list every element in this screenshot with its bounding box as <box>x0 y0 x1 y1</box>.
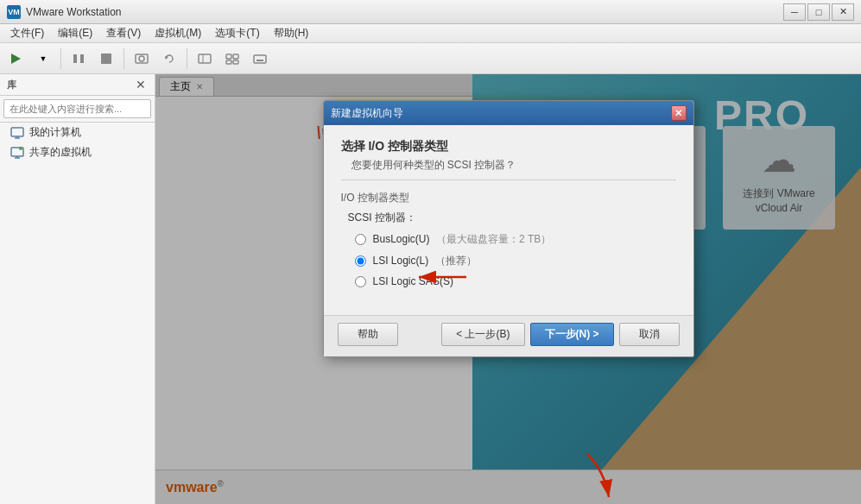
suspend-icon <box>71 51 86 66</box>
sidebar: 库 ✕ 我的计算机 共享的虚拟机 <box>0 74 155 504</box>
svg-rect-12 <box>233 60 238 64</box>
play-icon <box>8 51 23 66</box>
fullscreen-icon <box>197 51 212 66</box>
svg-marker-6 <box>165 56 168 60</box>
toolbar-stop[interactable] <box>94 47 118 71</box>
snapshot-icon <box>134 51 149 66</box>
minimize-button[interactable]: ─ <box>783 3 806 21</box>
svg-rect-11 <box>226 60 231 64</box>
lsi-logic-sas-option[interactable]: LSI Logic SAS(S) <box>355 275 676 287</box>
menu-help[interactable]: 帮助(H) <box>267 24 316 42</box>
toolbar-suspend[interactable] <box>66 47 91 71</box>
stop-icon <box>98 51 114 66</box>
svg-rect-3 <box>101 54 111 64</box>
dialog-header-sub: 您要使用何种类型的 SCSI 控制器？ <box>351 158 676 173</box>
toolbar-power-btn[interactable] <box>3 47 28 71</box>
dialog-section-label: I/O 控制器类型 <box>341 191 676 205</box>
sidebar-close-btn[interactable]: ✕ <box>134 78 148 91</box>
toolbar: ▼ <box>0 43 861 74</box>
sidebar-item-mycomputer[interactable]: 我的计算机 <box>0 123 155 142</box>
dialog-body: 选择 I/O 控制器类型 您要使用何种类型的 SCSI 控制器？ I/O 控制器… <box>324 125 693 315</box>
sidebar-mycomputer-label: 我的计算机 <box>29 125 81 140</box>
menubar: 文件(F) 编辑(E) 查看(V) 虚拟机(M) 选项卡(T) 帮助(H) <box>0 24 861 43</box>
buslogic-radio[interactable] <box>355 234 366 245</box>
toolbar-unity[interactable] <box>220 47 244 71</box>
dialog-overlay: 新建虚拟机向导 ✕ 选择 I/O 控制器类型 您要使用何种类型的 SCSI 控制… <box>155 74 861 504</box>
dialog-header-title: 选择 I/O 控制器类型 <box>341 139 676 154</box>
buslogic-option[interactable]: BusLogic(U) （最大磁盘容量：2 TB） <box>355 232 676 247</box>
lsi-logic-label[interactable]: LSI Logic(L) （推荐） <box>373 254 477 268</box>
scsi-controller-options: BusLogic(U) （最大磁盘容量：2 TB） LSI Logic(L) （… <box>355 232 676 287</box>
next-button[interactable]: 下一步(N) > <box>530 323 614 346</box>
lsi-sas-label[interactable]: LSI Logic SAS(S) <box>373 275 453 287</box>
dialog-footer-right: < 上一步(B) 下一步(N) > 取消 <box>441 323 679 346</box>
lsi-logic-note: （推荐） <box>435 255 477 267</box>
svg-marker-0 <box>11 54 21 64</box>
sidebar-label: 库 <box>7 79 16 91</box>
menu-vm[interactable]: 虚拟机(M) <box>148 24 208 42</box>
toolbar-sep-2 <box>123 48 124 69</box>
menu-file[interactable]: 文件(F) <box>3 24 51 42</box>
main-area: 库 ✕ 我的计算机 共享的虚拟机 <box>0 74 861 504</box>
titlebar-left: VM VMware Workstation <box>7 5 121 19</box>
help-button[interactable]: 帮助 <box>338 323 398 346</box>
sidebar-item-shared[interactable]: 共享的虚拟机 <box>0 142 155 162</box>
content-area: 主页 ✕ PRO ☁ 连接到 VMwarevCloud Air 🖥 器 vmwa… <box>155 74 861 504</box>
sidebar-shared-label: 共享的虚拟机 <box>29 145 92 160</box>
toolbar-fullscreen[interactable] <box>193 47 217 71</box>
unity-icon <box>225 51 240 66</box>
search-input[interactable] <box>3 99 151 118</box>
lsi-logic-option[interactable]: LSI Logic(L) （推荐） <box>355 254 676 268</box>
dialog-close-button[interactable]: ✕ <box>671 105 687 121</box>
dialog-footer: 帮助 < 上一步(B) 下一步(N) > 取消 <box>324 315 693 356</box>
toolbar-sep-1 <box>60 48 61 69</box>
close-button[interactable]: ✕ <box>832 3 854 21</box>
dialog-subsection-label: SCSI 控制器： <box>348 211 676 225</box>
svg-rect-7 <box>199 54 211 63</box>
dialog-header-section: 选择 I/O 控制器类型 您要使用何种类型的 SCSI 控制器？ <box>341 139 676 180</box>
keyboard-icon <box>252 51 268 66</box>
dialog-title: 新建虚拟机向导 <box>331 106 403 121</box>
svg-rect-2 <box>80 54 84 63</box>
app-icon: VM <box>7 5 21 19</box>
app-title: VMware Workstation <box>26 6 121 18</box>
computer-icon <box>10 126 24 140</box>
revert-icon <box>161 51 177 66</box>
svg-rect-9 <box>226 54 231 59</box>
svg-rect-10 <box>233 54 238 59</box>
toolbar-snap[interactable] <box>130 47 154 71</box>
back-button[interactable]: < 上一步(B) <box>441 323 524 346</box>
svg-rect-18 <box>11 128 23 136</box>
svg-rect-13 <box>254 55 266 63</box>
buslogic-label[interactable]: BusLogic(U) （最大磁盘容量：2 TB） <box>373 232 552 247</box>
toolbar-sep-3 <box>187 48 187 69</box>
lsi-logic-radio[interactable] <box>355 255 366 267</box>
lsi-sas-radio[interactable] <box>355 276 366 287</box>
toolbar-ctrlaltdel[interactable] <box>248 47 272 71</box>
next-button-arrow <box>535 445 639 504</box>
cancel-button[interactable]: 取消 <box>619 323 680 346</box>
sidebar-search-container <box>0 96 155 123</box>
share-icon <box>10 146 24 160</box>
buslogic-note: （最大磁盘容量：2 TB） <box>436 233 551 245</box>
menu-tab[interactable]: 选项卡(T) <box>208 24 266 42</box>
svg-point-5 <box>139 56 144 61</box>
menu-edit[interactable]: 编辑(E) <box>51 24 99 42</box>
dialog-titlebar: 新建虚拟机向导 ✕ <box>324 101 693 125</box>
restore-button[interactable]: □ <box>807 3 830 21</box>
new-vm-wizard-dialog: 新建虚拟机向导 ✕ 选择 I/O 控制器类型 您要使用何种类型的 SCSI 控制… <box>323 100 694 357</box>
svg-rect-1 <box>73 54 77 63</box>
toolbar-dropdown[interactable]: ▼ <box>31 47 55 71</box>
menu-view[interactable]: 查看(V) <box>99 24 148 42</box>
titlebar-buttons: ─ □ ✕ <box>783 3 854 21</box>
toolbar-revert[interactable] <box>157 47 181 71</box>
svg-point-24 <box>19 147 22 150</box>
titlebar: VM VMware Workstation ─ □ ✕ <box>0 0 861 24</box>
